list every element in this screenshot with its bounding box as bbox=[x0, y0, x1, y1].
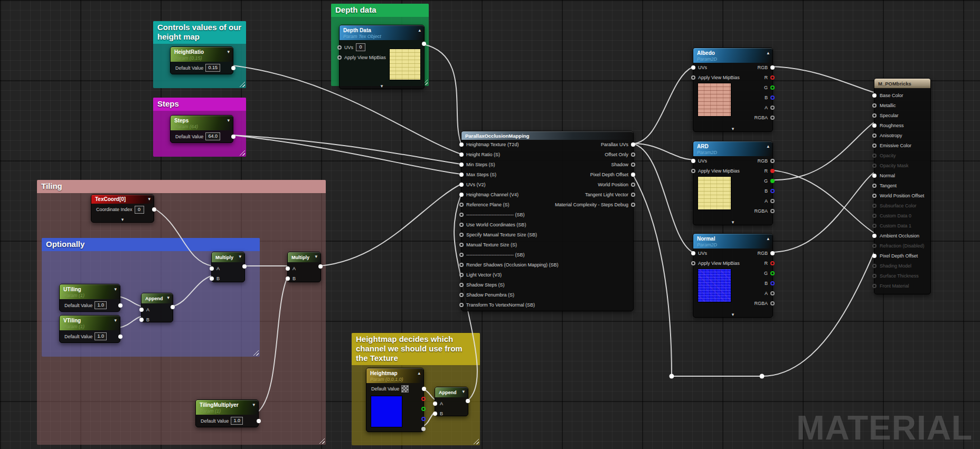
material-pin-row[interactable]: Custom Data 0 bbox=[872, 211, 930, 221]
node-material-result[interactable]: M_POMbricks Base Color Metallic Specular bbox=[874, 78, 931, 294]
material-pin[interactable] bbox=[872, 144, 877, 148]
node-multiply-2[interactable]: Multiply ▾ A B bbox=[287, 252, 321, 282]
node-header[interactable]: VTiling Param (1) ▾ bbox=[60, 316, 120, 330]
node-texcoord[interactable]: TexCoord[0] ▾ Coordinate Index 0 ▾ bbox=[91, 194, 154, 223]
wire[interactable] bbox=[770, 170, 874, 233]
pom-input-pin-row[interactable]: Use World Coordinates (SB) bbox=[459, 219, 559, 230]
input-pin[interactable] bbox=[691, 75, 695, 80]
input-pin[interactable] bbox=[459, 193, 464, 197]
color-swatch[interactable] bbox=[401, 385, 409, 393]
input-pin[interactable] bbox=[459, 233, 464, 237]
uvs-input-row[interactable]: UVs bbox=[691, 248, 740, 258]
texture-output-row[interactable]: G bbox=[754, 268, 775, 278]
pom-input-pin-row[interactable]: Heightmap Texture (T2d) bbox=[459, 139, 559, 149]
comment-header[interactable]: Depth data bbox=[331, 4, 429, 17]
material-pin[interactable] bbox=[872, 204, 877, 208]
material-pin[interactable] bbox=[872, 103, 877, 108]
comment-header[interactable]: Heightmap decides which channel we shoul… bbox=[352, 333, 480, 365]
node-albedo[interactable]: Albedo Param2D ▴ UVs Apply View MipBias … bbox=[693, 47, 773, 132]
output-pin[interactable] bbox=[631, 163, 635, 167]
input-pin[interactable] bbox=[691, 169, 695, 173]
material-pin-row[interactable]: Tangent bbox=[872, 180, 930, 190]
material-pin-row[interactable]: Normal bbox=[872, 170, 930, 180]
material-pin-row[interactable]: Specular bbox=[872, 110, 930, 120]
output-pin[interactable] bbox=[231, 135, 235, 139]
node-heightmap-param[interactable]: Heightmap Param (0,0,1,0) ▴ Default Valu… bbox=[366, 368, 424, 432]
chevron-down-icon[interactable]: ▾ bbox=[121, 217, 124, 222]
output-pin[interactable] bbox=[631, 203, 635, 207]
output-pin[interactable] bbox=[770, 199, 775, 203]
node-header[interactable]: HeightRatio Param (0.15) ▾ bbox=[171, 47, 233, 62]
output-pin[interactable] bbox=[770, 95, 775, 100]
pom-input-pin-row[interactable]: ------------------------------ (SB) bbox=[459, 209, 559, 219]
texture-output-row[interactable]: B bbox=[754, 186, 775, 196]
default-value-input[interactable]: 1.0 bbox=[95, 301, 107, 309]
texture-output-row[interactable]: RGB bbox=[754, 62, 775, 72]
material-pin[interactable] bbox=[872, 234, 877, 238]
chevron-down-icon[interactable]: ▾ bbox=[114, 287, 117, 292]
chevron-down-icon[interactable]: ▾ bbox=[239, 254, 241, 259]
wire[interactable] bbox=[423, 44, 461, 144]
default-value-input[interactable]: 0.15 bbox=[205, 64, 220, 72]
pom-output-pin-row[interactable]: Pixel Depth Offset bbox=[555, 169, 635, 179]
chevron-down-icon[interactable]: ▾ bbox=[114, 318, 117, 323]
pom-input-pin-row[interactable]: Specify Manual Texture Size (SB) bbox=[459, 230, 559, 240]
chevron-down-icon[interactable]: ▾ bbox=[462, 389, 465, 394]
wire[interactable] bbox=[633, 67, 693, 144]
output-pin[interactable] bbox=[770, 271, 775, 275]
node-header[interactable]: M_POMbricks bbox=[874, 79, 930, 88]
texture-output-row[interactable]: RGBA bbox=[754, 298, 775, 308]
comment-header[interactable]: Tiling bbox=[37, 180, 326, 193]
output-pin[interactable] bbox=[631, 152, 635, 157]
material-pin[interactable] bbox=[872, 133, 877, 138]
node-append-2[interactable]: Append ▾ A B bbox=[435, 387, 468, 416]
texture-output-row[interactable]: B bbox=[754, 92, 775, 102]
input-pin[interactable] bbox=[337, 55, 342, 60]
chevron-down-icon[interactable]: ▾ bbox=[732, 126, 734, 131]
material-pin[interactable] bbox=[872, 154, 877, 158]
input-pin[interactable] bbox=[691, 159, 695, 163]
node-header[interactable]: Albedo Param2D ▴ bbox=[693, 48, 772, 63]
output-pin[interactable] bbox=[770, 281, 775, 285]
output-pin[interactable] bbox=[770, 251, 775, 255]
node-header[interactable]: Append ▾ bbox=[435, 387, 468, 397]
output-pin[interactable] bbox=[152, 207, 156, 212]
material-pin-row[interactable]: Refraction (Disabled) bbox=[872, 241, 930, 251]
wire[interactable] bbox=[633, 144, 693, 252]
collapse-icon[interactable]: ▴ bbox=[767, 236, 769, 241]
channel-pin[interactable] bbox=[421, 427, 426, 431]
coordinate-index-value[interactable]: 0 bbox=[135, 206, 144, 214]
input-pin[interactable] bbox=[459, 142, 464, 147]
node-tiling-multiplyer[interactable]: TilingMultiplyer Param (1) ▾ Default Val… bbox=[195, 399, 259, 427]
input-pin[interactable] bbox=[459, 183, 464, 187]
input-b-row[interactable]: B bbox=[139, 314, 173, 324]
wire[interactable] bbox=[770, 173, 874, 252]
texture-output-row[interactable]: RGB bbox=[754, 248, 775, 258]
input-pin-a[interactable] bbox=[433, 402, 437, 406]
output-pin[interactable] bbox=[171, 305, 175, 309]
reroute-node[interactable] bbox=[760, 374, 765, 379]
input-pin[interactable] bbox=[459, 263, 464, 267]
node-steps[interactable]: Steps Param (64) ▾ Default Value 64.0 bbox=[170, 115, 233, 143]
output-pin[interactable] bbox=[770, 85, 775, 90]
node-parallax-occlusion-mapping[interactable]: ParallaxOcclusionMapping Heightmap Textu… bbox=[461, 131, 634, 311]
input-b-row[interactable]: B bbox=[210, 273, 244, 283]
comment-header[interactable]: Optionally bbox=[42, 238, 260, 251]
chevron-down-icon[interactable]: ▾ bbox=[732, 312, 734, 317]
output-pin[interactable] bbox=[770, 189, 775, 193]
node-heightratio[interactable]: HeightRatio Param (0.15) ▾ Default Value… bbox=[170, 46, 233, 74]
default-value-input[interactable]: 64.0 bbox=[205, 132, 220, 140]
wire[interactable] bbox=[633, 174, 672, 376]
output-pin[interactable] bbox=[318, 264, 323, 269]
material-pin-row[interactable]: Front Material bbox=[872, 281, 930, 291]
input-pin-b[interactable] bbox=[210, 276, 214, 281]
pom-input-pin-row[interactable]: Height Ratio (S) bbox=[459, 149, 559, 159]
chevron-down-icon[interactable]: ▾ bbox=[732, 219, 734, 225]
node-ard[interactable]: ARD Param2D ▴ UVs Apply View MipBias RGB bbox=[693, 141, 773, 225]
texture-output-row[interactable]: A bbox=[754, 102, 775, 112]
chevron-down-icon[interactable]: ▾ bbox=[227, 50, 230, 54]
material-pin[interactable] bbox=[872, 214, 877, 218]
node-header[interactable]: ARD Param2D ▴ bbox=[693, 141, 772, 156]
material-pin[interactable] bbox=[872, 174, 877, 178]
comment-header[interactable]: Controls values of our height map bbox=[153, 21, 246, 44]
